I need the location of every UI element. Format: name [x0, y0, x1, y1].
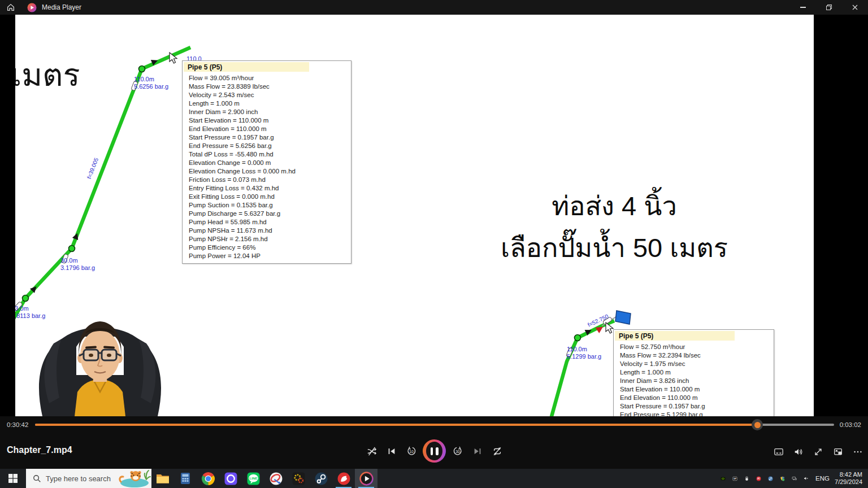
video-overlay-text: เมตร [15, 50, 80, 100]
tray-steam[interactable] [765, 469, 776, 488]
taskbar-satellite-dish-app[interactable] [264, 469, 287, 488]
close-button[interactable] [842, 0, 868, 15]
seek-fill [35, 424, 757, 426]
elapsed-time: 0:30:42 [7, 421, 28, 428]
previous-track-button[interactable] [383, 443, 400, 460]
tooltip-title: Pipe 5 (P5) [615, 332, 653, 340]
tooltip-line: Length = 1.000 m [183, 99, 351, 108]
taskbar-chrome[interactable] [197, 469, 219, 488]
node-label-mid: 30.0m 3.1796 bar.g [60, 257, 95, 271]
more-options-icon [853, 446, 863, 457]
mini-player-icon [833, 446, 843, 457]
mouse-cursor-icon [168, 52, 179, 64]
minimize-button[interactable] [790, 0, 816, 15]
pause-button[interactable] [423, 439, 446, 463]
tooltip-line: Pump Power = 12.04 HP [183, 252, 351, 260]
tray-a-exclaim[interactable]: A! [753, 469, 765, 488]
tooltip-line: Entry Fitting Loss = 0.432 m.hd [183, 184, 351, 193]
more-options-button[interactable] [849, 443, 866, 460]
tooltip-header: Pipe 5 (P5) [184, 62, 309, 72]
media-player-window: Media Player เมตร [0, 0, 868, 488]
remaining-time: 0:03:02 [840, 421, 861, 428]
tooltip-header: Pipe 5 (P5) [615, 331, 735, 341]
home-icon [6, 2, 16, 12]
media-filename: Chapter_7.mp4 [7, 445, 72, 455]
tooltip-line: Elevation Change = 0.000 m [183, 159, 351, 167]
svg-text:LINE: LINE [249, 476, 257, 480]
player-controls-bar: 0:30:42 0:03:02 Chapter_7.mp4 [0, 416, 868, 469]
video-surface[interactable]: เมตร [0, 15, 868, 416]
tooltip-line: Pump NPSHa = 11.673 m.hd [183, 226, 351, 235]
skip-back-10-button[interactable]: 10 [403, 443, 420, 460]
repeat-off-icon [492, 445, 502, 457]
mini-player-button[interactable] [830, 443, 847, 460]
tooltip-line: Pump Head = 55.985 m.hd [183, 218, 351, 226]
tooltip-title: Pipe 5 (P5) [184, 63, 222, 71]
taskbar-line-messenger[interactable]: LINE [242, 469, 264, 488]
restore-button[interactable] [816, 0, 842, 15]
tooltip-line: Inner Diam = 2.900 inch [183, 108, 351, 116]
red-a-app-icon [337, 472, 351, 486]
tooltip-line: Inner Diam = 3.826 inch [614, 377, 774, 385]
xp-pen-icon: XP [732, 474, 737, 483]
tooltip-line: Pump NPSHr = 2.156 m.hd [183, 235, 351, 243]
captions-button[interactable] [770, 443, 787, 460]
search-tiger-illustration [119, 469, 151, 487]
shuffle-button[interactable] [363, 443, 380, 460]
pause-icon [426, 442, 442, 460]
tooltip-line: Velocity = 2.543 m/sec [183, 91, 351, 99]
video-caption: ท่อส่ง 4 นิ้ว เลือกปั๊มน้ำ 50 เมตร [473, 185, 756, 269]
tooltip-line: Flow = 52.750 m³/hour [614, 343, 774, 351]
media-player-taskbar-icon [359, 472, 374, 486]
volume-button[interactable] [790, 443, 807, 460]
tooltip-line: Mass Flow = 23.8389 lb/sec [183, 82, 351, 91]
tooltip-line: Start Pressure = 0.1957 bar.g [614, 402, 774, 411]
pipe-node [575, 335, 581, 341]
taskbar-gears-app[interactable] [287, 469, 310, 488]
repeat-button[interactable] [489, 443, 506, 460]
home-button[interactable] [0, 0, 21, 15]
taskbar-red-a-app[interactable] [332, 469, 355, 488]
flag-icon [615, 311, 631, 324]
tooltip-line: Pump Discharge = 5.6327 bar.g [183, 210, 351, 218]
taskbar-file-explorer[interactable] [151, 469, 174, 488]
tray-volume-muted[interactable] [800, 469, 812, 488]
next-track-button[interactable] [469, 443, 486, 460]
usb-icon [744, 474, 749, 483]
caption-line-2: เลือกปั๊มน้ำ 50 เมตร [473, 227, 756, 269]
taskbar-media-player[interactable] [355, 469, 377, 488]
search-box[interactable]: Type here to search [26, 469, 151, 488]
pipe-node [139, 66, 145, 72]
pipe-node [23, 295, 29, 302]
tooltip-line: Start Elevation = 110.000 m [183, 116, 351, 125]
tray-xp-pen[interactable]: XP [729, 469, 741, 488]
fullscreen-button[interactable] [810, 443, 827, 460]
skip-forward-30-button[interactable]: 30 [449, 443, 466, 460]
tray-windows-security[interactable] [776, 469, 788, 488]
taskbar-calculator[interactable] [174, 469, 197, 488]
svg-text:10: 10 [409, 450, 414, 454]
skip-forward-30-icon: 30 [453, 445, 463, 458]
media-player-logo-icon [27, 3, 37, 12]
seek-bar[interactable] [35, 424, 834, 426]
tooltip-line: End Pressure = 5.1299 bar.g [614, 411, 774, 416]
language-indicator[interactable]: ENG [812, 469, 831, 488]
node-label-right: 110.0m 5.1299 bar.g [567, 346, 601, 360]
taskbar-purple-camera-app[interactable] [219, 469, 242, 488]
tray-nvidia[interactable] [717, 469, 729, 488]
taskbar-steam[interactable] [310, 469, 332, 488]
tray-network[interactable] [788, 469, 800, 488]
start-button[interactable] [0, 469, 26, 488]
svg-text:XP: XP [734, 478, 736, 480]
tray-usb[interactable] [741, 469, 753, 488]
tooltip-line: Start Pressure = 0.1957 bar.g [183, 133, 351, 142]
tooltip-line: Length = 1.000 m [614, 368, 774, 377]
seek-handle[interactable] [752, 419, 763, 430]
search-icon [33, 474, 41, 483]
video-frame: เมตร [15, 15, 814, 416]
clock[interactable]: 8:42 AM 7/29/2024 [831, 469, 868, 488]
svg-text:A!: A! [757, 477, 760, 480]
next-track-icon [472, 446, 483, 457]
tooltip-line: Friction Loss = 0.073 m.hd [183, 176, 351, 184]
app-title: Media Player [42, 3, 81, 11]
